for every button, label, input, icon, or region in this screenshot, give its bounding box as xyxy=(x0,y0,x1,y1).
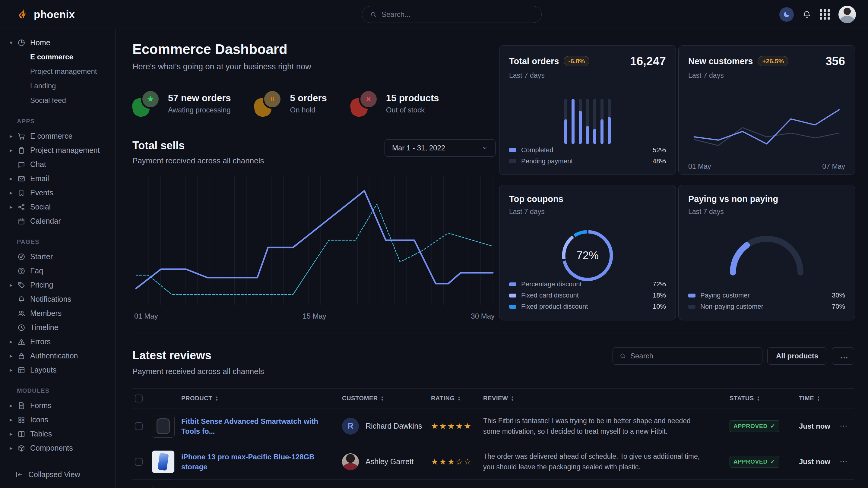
sidebar-item-errors[interactable]: ▸ Errors xyxy=(0,334,115,349)
section-divider xyxy=(132,126,496,126)
row-menu-icon[interactable]: ⋯ xyxy=(840,457,848,466)
bell-icon xyxy=(802,10,811,19)
caret-right-icon: ▸ xyxy=(10,430,18,437)
column-header-product[interactable]: PRODUCT▲▼ xyxy=(181,395,342,402)
grid-dot xyxy=(824,17,826,20)
caret-right-icon: ▸ xyxy=(10,402,18,409)
out-of-stock-icon xyxy=(350,90,379,117)
dark-mode-toggle[interactable] xyxy=(779,7,794,22)
legend-value: 70% xyxy=(832,303,845,311)
date-range-select[interactable]: Mar 1 - 31, 2022 xyxy=(384,139,496,157)
collapse-sidebar-button[interactable]: Collapsed View xyxy=(0,461,115,488)
sidebar-item-forms[interactable]: ▸ Forms xyxy=(0,398,115,413)
card-period: Last 7 days xyxy=(688,71,845,79)
sidebar-item-email[interactable]: ▸ Email xyxy=(0,171,115,186)
reviews-search[interactable] xyxy=(613,347,763,365)
legend-label: Non-paying customer xyxy=(700,303,763,311)
sidebar-item-label: Notifications xyxy=(30,295,71,303)
caret-right-icon: ▸ xyxy=(10,352,18,359)
tag-icon xyxy=(18,281,30,289)
sidebar-item-ecommerce-app[interactable]: ▸ E commerce xyxy=(0,129,115,143)
stat-value: 5 orders xyxy=(290,93,327,104)
total-sells-chart xyxy=(132,173,496,309)
more-options-button[interactable]: ... xyxy=(832,347,854,365)
delta-badge: -6.8% xyxy=(564,56,589,66)
legend-swatch xyxy=(509,294,516,297)
column-header-review[interactable]: REVIEW▲▼ xyxy=(483,395,730,402)
row-menu-icon[interactable]: ⋯ xyxy=(840,421,848,431)
legend-value: 72% xyxy=(653,280,666,288)
sidebar-item-timeline[interactable]: Timeline xyxy=(0,320,115,334)
x-tick: 15 May xyxy=(303,312,326,320)
sidebar-item-faq[interactable]: Faq xyxy=(0,264,115,278)
sidebar-section-modules: MODULES xyxy=(17,387,115,394)
sidebar-section-apps: APPS xyxy=(17,118,115,125)
grid-dot xyxy=(824,9,826,12)
row-checkbox[interactable] xyxy=(135,458,143,466)
column-header-status[interactable]: STATUS▲▼ xyxy=(730,395,799,402)
sidebar-subitem-ecommerce[interactable]: E commerce xyxy=(0,50,115,64)
legend-label: Fixed product discount xyxy=(521,303,588,311)
global-search[interactable] xyxy=(362,6,542,23)
sidebar-item-project-management-app[interactable]: ▸ Project management xyxy=(0,143,115,157)
reviews-search-input[interactable] xyxy=(630,352,755,360)
sidebar-item-label: Authentication xyxy=(30,352,78,360)
stat-out-of-stock: 15 products Out of stock xyxy=(350,90,439,117)
sidebar-item-components[interactable]: ▸ Components xyxy=(0,441,115,455)
global-search-input[interactable] xyxy=(381,10,533,19)
product-thumbnail[interactable] xyxy=(152,450,175,473)
caret-right-icon: ▸ xyxy=(10,366,18,373)
on-hold-icon xyxy=(254,90,283,117)
sidebar-item-icons[interactable]: ▸ Icons xyxy=(0,413,115,427)
notifications-button[interactable] xyxy=(802,10,811,19)
customer-name: Ashley Garrett xyxy=(366,457,414,466)
sidebar-item-events[interactable]: ▸ Events xyxy=(0,186,115,200)
select-all-checkbox[interactable] xyxy=(135,395,143,402)
all-products-button[interactable]: All products xyxy=(767,347,827,365)
sidebar-item-home[interactable]: ▾ Home xyxy=(0,36,115,50)
sidebar-item-pricing[interactable]: ▸ Pricing xyxy=(0,278,115,292)
delta-badge: +26.5% xyxy=(757,56,788,66)
sidebar-subitem-social-feed[interactable]: Social feed xyxy=(0,93,115,108)
sidebar-item-notifications[interactable]: Notifications xyxy=(0,292,115,306)
sidebar-subitem-landing[interactable]: Landing xyxy=(0,79,115,93)
page-title: Ecommerce Dashboard xyxy=(132,41,496,57)
order-bar xyxy=(564,99,567,144)
column-header-customer[interactable]: CUSTOMER▲▼ xyxy=(342,395,431,402)
sidebar-item-tables[interactable]: ▸ Tables xyxy=(0,427,115,441)
legend-row: Fixed card discount 18% xyxy=(509,290,666,301)
table-row-partial xyxy=(132,479,854,488)
sort-icon: ▲▼ xyxy=(511,396,515,401)
sidebar-item-social[interactable]: ▸ Social xyxy=(0,200,115,214)
rating-stars: ★★★★★ xyxy=(431,421,483,431)
new-customers-x-axis: 01 May 07 May xyxy=(688,158,845,171)
legend-value: 10% xyxy=(653,303,666,311)
sidebar-item-label: Home xyxy=(30,38,50,47)
row-checkbox[interactable] xyxy=(135,422,143,430)
user-avatar[interactable] xyxy=(838,6,856,23)
customer-avatar[interactable] xyxy=(342,453,359,470)
clock-icon xyxy=(18,324,30,331)
sidebar-item-starter[interactable]: Starter xyxy=(0,250,115,264)
column-header-rating[interactable]: RATING▲▼ xyxy=(431,395,483,402)
customer-cell: R Richard Dawkins xyxy=(342,418,431,435)
sidebar-item-authentication[interactable]: ▸ Authentication xyxy=(0,349,115,363)
sidebar-item-layouts[interactable]: ▸ Layouts xyxy=(0,363,115,377)
sidebar-item-label: Social xyxy=(30,202,51,211)
card-title: Total orders xyxy=(509,56,559,66)
total-sells-title: Total sells xyxy=(132,139,264,152)
sidebar-item-chat[interactable]: Chat xyxy=(0,157,115,171)
sidebar-item-members[interactable]: Members xyxy=(0,306,115,320)
grid-dot xyxy=(820,13,822,16)
product-link[interactable]: Fitbit Sense Advanced Smartwatch with To… xyxy=(181,416,342,436)
sidebar-item-calendar[interactable]: Calendar xyxy=(0,214,115,228)
product-link[interactable]: iPhone 13 pro max-Pacific Blue-128GB sto… xyxy=(181,452,342,472)
product-thumbnail[interactable] xyxy=(152,486,175,488)
brand-logo[interactable]: phoenix xyxy=(16,0,75,29)
customer-avatar[interactable]: R xyxy=(342,418,359,435)
sidebar-subitem-project-management[interactable]: Project management xyxy=(0,64,115,79)
sidebar-item-label: Icons xyxy=(30,415,48,424)
product-thumbnail[interactable] xyxy=(152,415,175,438)
column-header-time[interactable]: TIME▲▼ xyxy=(799,395,840,402)
apps-grid-button[interactable] xyxy=(820,9,830,20)
